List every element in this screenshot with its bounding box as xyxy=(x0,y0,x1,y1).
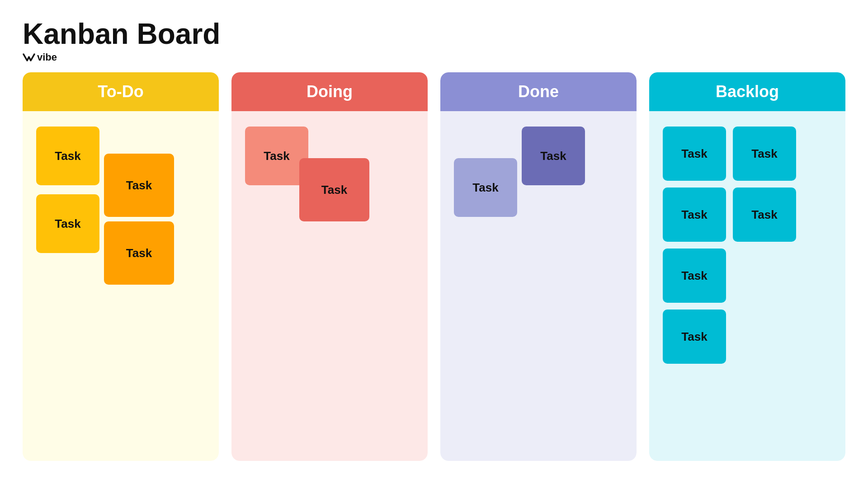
backlog-task-area: Task Task Task Task Task Task xyxy=(658,122,836,450)
column-backlog: Backlog Task Task Task Task Task xyxy=(649,72,845,461)
doing-task-area: Task Task xyxy=(241,122,419,450)
page-title: Kanban Board xyxy=(23,18,845,50)
page-header: Kanban Board vibe xyxy=(23,18,845,63)
column-doing-body: Task Task xyxy=(231,111,428,461)
task-card[interactable]: Task xyxy=(454,158,517,217)
kanban-board: To-Do Task Task Task Task Doing xyxy=(23,72,845,461)
column-todo: To-Do Task Task Task Task xyxy=(23,72,219,461)
brand-name: vibe xyxy=(37,52,57,63)
brand-logo: vibe xyxy=(23,52,57,63)
column-done-header: Done xyxy=(440,72,637,111)
column-doing-header: Doing xyxy=(231,72,428,111)
task-card[interactable]: Task xyxy=(522,127,585,185)
column-backlog-header: Backlog xyxy=(649,72,845,111)
vibe-logo-icon xyxy=(23,52,35,62)
task-card[interactable]: Task xyxy=(36,127,99,185)
task-card[interactable]: Task xyxy=(299,158,369,221)
todo-task-area: Task Task Task Task xyxy=(32,122,210,450)
task-card[interactable]: Task xyxy=(663,310,726,364)
task-card[interactable]: Task xyxy=(663,188,726,242)
column-todo-body: Task Task Task Task xyxy=(23,111,219,461)
task-card[interactable]: Task xyxy=(663,127,726,181)
task-card[interactable]: Task xyxy=(663,249,726,303)
task-card[interactable]: Task xyxy=(36,194,99,253)
task-card[interactable]: Task xyxy=(733,188,796,242)
task-card[interactable]: Task xyxy=(245,127,308,185)
task-card[interactable]: Task xyxy=(733,127,796,181)
done-task-area: Task Task xyxy=(449,122,627,450)
column-todo-header: To-Do xyxy=(23,72,219,111)
brand: vibe xyxy=(23,52,845,63)
column-backlog-body: Task Task Task Task Task Task xyxy=(649,111,845,461)
task-card[interactable]: Task xyxy=(104,221,174,285)
column-done-body: Task Task xyxy=(440,111,637,461)
task-card[interactable]: Task xyxy=(104,154,174,217)
column-done: Done Task Task xyxy=(440,72,637,461)
column-doing: Doing Task Task xyxy=(231,72,428,461)
